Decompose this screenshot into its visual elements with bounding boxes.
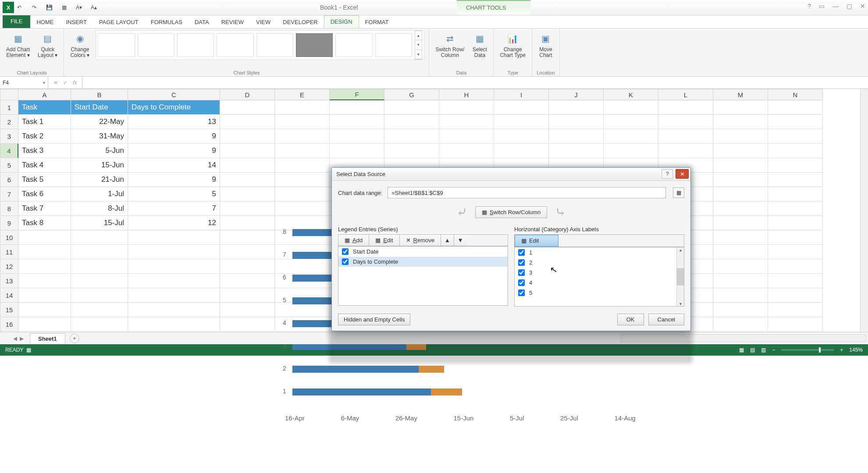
chart-data-range-input[interactable]: =Sheet1!$B$1:$C$9	[388, 187, 666, 198]
move-down-button[interactable]: ▼	[454, 235, 467, 246]
cell[interactable]	[71, 317, 128, 332]
zoom-level[interactable]: 145%	[849, 347, 863, 353]
cell[interactable]: 21-Jun	[71, 173, 128, 187]
cell[interactable]	[220, 201, 275, 216]
style-thumb[interactable]	[335, 33, 372, 57]
sheet-tab[interactable]: Sheet1	[30, 333, 65, 344]
gallery-scroll[interactable]: ▴▾▾	[415, 31, 423, 60]
add-sheet-button[interactable]: +	[70, 334, 79, 343]
cell[interactable]	[220, 245, 275, 259]
cell[interactable]: 12	[128, 216, 220, 230]
series-list-item[interactable]: Days to Complete	[338, 257, 508, 267]
cell[interactable]	[220, 274, 275, 288]
cell[interactable]	[713, 201, 768, 216]
cell[interactable]	[275, 115, 330, 129]
cell[interactable]: Task 8	[18, 216, 71, 230]
dialog-titlebar[interactable]: Select Data Source ? ✕	[332, 168, 690, 181]
cell[interactable]: 8-Jul	[71, 201, 128, 216]
cell[interactable]	[18, 274, 71, 288]
cell[interactable]	[71, 288, 128, 303]
cell[interactable]	[494, 144, 549, 158]
cell[interactable]	[604, 100, 658, 115]
cell[interactable]	[128, 303, 220, 317]
cell[interactable]	[128, 317, 220, 332]
cell[interactable]	[768, 115, 823, 129]
tab-review[interactable]: REVIEW	[215, 16, 250, 28]
style-thumb[interactable]	[138, 33, 174, 57]
range-picker-icon[interactable]: ▦	[673, 187, 684, 198]
redo-icon[interactable]: ↷	[30, 4, 38, 11]
close-icon[interactable]: ✕	[860, 3, 865, 10]
cell[interactable]	[658, 115, 713, 129]
cell[interactable]	[384, 144, 439, 158]
cell[interactable]	[658, 129, 713, 144]
style-thumb[interactable]	[98, 33, 135, 57]
cell[interactable]	[275, 158, 330, 173]
cell[interactable]: Task 6	[18, 187, 71, 201]
cell[interactable]	[604, 129, 658, 144]
cell[interactable]	[439, 100, 494, 115]
axis-checkbox[interactable]	[518, 249, 525, 256]
cell[interactable]	[768, 100, 823, 115]
tab-home[interactable]: HOME	[30, 16, 60, 28]
column-header[interactable]: J	[549, 89, 604, 100]
cell[interactable]: 15-Jul	[71, 216, 128, 230]
cell[interactable]	[713, 129, 768, 144]
row-header[interactable]: 8	[0, 201, 18, 216]
zoom-out-button[interactable]: −	[772, 347, 775, 353]
cell[interactable]	[768, 129, 823, 144]
font-increase-icon[interactable]: A▴	[90, 4, 98, 11]
cell[interactable]	[713, 274, 768, 288]
hidden-empty-cells-button[interactable]: Hidden and Empty Cells	[338, 314, 410, 325]
cell[interactable]	[71, 259, 128, 274]
cell[interactable]	[275, 173, 330, 187]
cell[interactable]: Task 4	[18, 158, 71, 173]
cell[interactable]	[220, 144, 275, 158]
column-header[interactable]: B	[71, 89, 128, 100]
add-series-button[interactable]: ▦ Add	[338, 235, 369, 246]
tab-data[interactable]: DATA	[189, 16, 215, 28]
move-up-button[interactable]: ▲	[441, 235, 454, 246]
cell[interactable]	[713, 158, 768, 173]
cell[interactable]	[220, 173, 275, 187]
tab-design[interactable]: DESIGN	[324, 15, 359, 28]
column-header[interactable]: E	[275, 89, 330, 100]
cell[interactable]	[128, 288, 220, 303]
row-header[interactable]: 7	[0, 187, 18, 201]
font-decrease-icon[interactable]: A▾	[75, 4, 83, 11]
save-icon[interactable]: 💾	[45, 4, 53, 11]
cell[interactable]	[439, 115, 494, 129]
column-header[interactable]: I	[494, 89, 549, 100]
cell[interactable]	[494, 115, 549, 129]
cell[interactable]: Task 1	[18, 115, 71, 129]
row-header[interactable]: 9	[0, 216, 18, 230]
cell[interactable]	[220, 129, 275, 144]
move-chart-button[interactable]: ▣Move Chart	[537, 30, 555, 59]
cell[interactable]	[439, 144, 494, 158]
axis-labels-list[interactable]: ▴▾ 1 2 3 4 5	[514, 247, 684, 307]
series-list[interactable]: Start Date Days to Complete	[338, 246, 508, 306]
cell[interactable]	[768, 158, 823, 173]
edit-series-button[interactable]: ▦ Edit	[369, 235, 399, 246]
cell[interactable]	[768, 216, 823, 230]
list-scrollbar[interactable]: ▴▾	[676, 247, 684, 306]
cell[interactable]	[768, 245, 823, 259]
cell[interactable]	[71, 230, 128, 245]
row-header[interactable]: 15	[0, 303, 18, 317]
column-header[interactable]: F	[330, 89, 384, 100]
cell[interactable]	[220, 216, 275, 230]
cell[interactable]	[384, 115, 439, 129]
cell[interactable]	[275, 144, 330, 158]
cell[interactable]	[18, 317, 71, 332]
column-header[interactable]: C	[128, 89, 220, 100]
cancel-button[interactable]: Cancel	[648, 314, 684, 325]
cell[interactable]	[439, 129, 494, 144]
cell[interactable]	[220, 259, 275, 274]
formula-input[interactable]	[82, 77, 868, 88]
row-header[interactable]: 3	[0, 129, 18, 144]
cell[interactable]	[549, 144, 604, 158]
cell[interactable]	[384, 129, 439, 144]
row-header[interactable]: 13	[0, 274, 18, 288]
style-thumb[interactable]	[177, 33, 214, 57]
row-header[interactable]: 6	[0, 173, 18, 187]
